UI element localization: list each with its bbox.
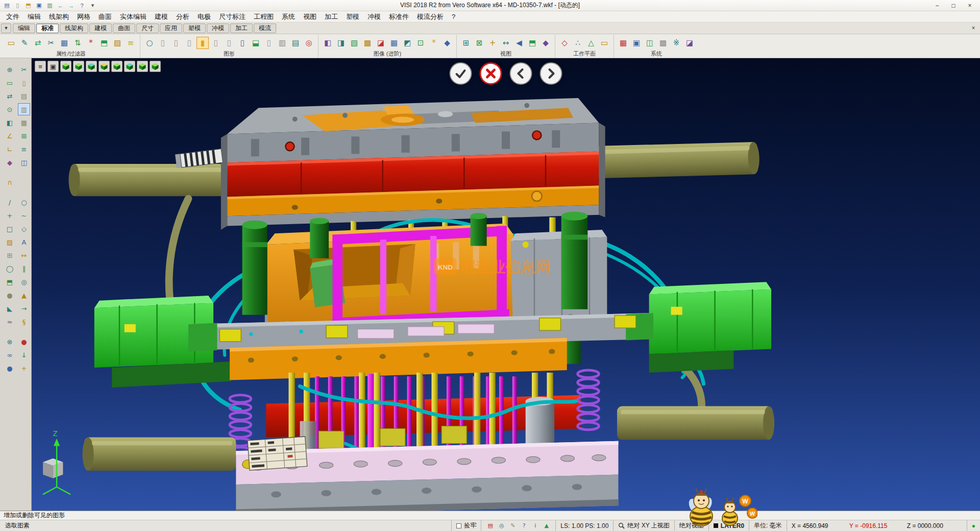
workplane-standard[interactable]: ◇ [558,37,571,49]
render-mode[interactable]: ⊡ [414,37,427,49]
dynamic-view[interactable]: ◆ [540,37,552,49]
shade-mode[interactable]: ◧ [322,37,334,49]
wrench-tool[interactable]: + [18,362,30,374]
zoom-window[interactable]: ⊞ [460,37,472,49]
sheet-blank-2[interactable]: ▯ [170,37,182,49]
scene-3d-mold[interactable]: KND 制造业信息网 Z [32,58,980,511]
copy-tool[interactable]: ⊞ [18,130,30,142]
ghost-mode[interactable]: ▩ [361,37,374,49]
paste-tool[interactable]: ▤ [18,90,30,102]
new-file-icon[interactable]: ▯ [13,1,22,10]
status-edit-icon[interactable]: ✎ [508,521,517,530]
blue-dot-tool[interactable]: ● [4,362,16,374]
attributes-sheet[interactable]: ▭ [5,37,17,49]
system-green-panel[interactable]: ◫ [644,37,656,49]
wireframe-mode[interactable]: ◨ [335,37,347,49]
workplane-view[interactable]: ▭ [598,37,610,49]
visibility-toggle[interactable]: ▮ [197,37,209,49]
buffer-tool[interactable]: ▥ [18,103,30,115]
view-screen-button[interactable]: ▣ [47,61,59,72]
menu-item[interactable]: 电极 [193,11,215,22]
layers-tool[interactable]: ≡ [18,143,30,155]
toolbar-tab[interactable]: 冲模 [207,23,229,33]
system-grid[interactable]: ▩ [657,37,669,49]
view-cube-axon[interactable] [150,61,161,72]
sheet-blue[interactable]: ▯ [236,37,249,49]
ellipse-tool[interactable]: ◯ [4,262,16,275]
hatch-tool[interactable]: ▨ [4,236,16,248]
forward-button[interactable] [540,62,562,85]
attribute-cut[interactable]: ✂ [45,37,57,49]
angle-tool[interactable]: ∠ [4,130,16,142]
box-teal[interactable]: ▤ [289,37,302,49]
extend-tool[interactable]: → [18,302,30,315]
view-cube-front[interactable] [73,61,84,72]
attribute-layers[interactable]: ≡ [125,37,137,49]
menu-item[interactable]: 曲面 [94,11,116,22]
arc-tool[interactable]: ∩ [4,176,16,188]
status-question-icon[interactable]: ? [520,521,528,530]
close-button[interactable]: × [962,1,978,11]
texture-mode[interactable]: ▦ [388,37,400,49]
sheet-blank-3[interactable]: ▯ [183,37,195,49]
box-visible[interactable]: ⬓ [250,37,262,49]
toolbar-tab[interactable]: 建模 [89,23,112,33]
redo-icon[interactable]: → [66,1,76,10]
offset-tool[interactable]: ∥ [18,262,30,275]
box-gray[interactable]: ▥ [276,37,288,49]
globe-indicator-icon[interactable]: ● [967,520,980,531]
toolbar-tab[interactable]: 线架构 [60,23,88,33]
attribute-updown[interactable]: ⇅ [71,37,84,49]
layer-display[interactable]: LAYER0 [708,520,749,531]
curve-tool[interactable]: ≈ [4,316,16,328]
chain-tool[interactable]: ∞ [4,349,16,361]
point-tool[interactable]: + [4,209,16,222]
view-mode-display[interactable]: 绝对 XY 上视图 [613,520,674,531]
toolbar-tab[interactable]: 加工 [230,23,253,33]
menu-item[interactable]: 网格 [73,11,94,22]
dimension-tool[interactable]: ↔ [18,249,30,261]
help-icon[interactable]: ? [77,1,87,10]
view-cube-left[interactable] [111,61,122,72]
frame-tool[interactable]: ▭ [4,77,16,89]
minimize-button[interactable]: − [929,1,945,11]
workplane-3points[interactable]: ∴ [572,37,584,49]
sphere-tool[interactable]: ● [4,289,16,301]
system-monitor[interactable]: ▣ [630,37,643,49]
toolbar-tab[interactable]: 曲面 [113,23,135,33]
status-zoom-icon[interactable]: ◎ [497,521,506,530]
text-tool[interactable]: A [18,236,30,248]
hidden-line-mode[interactable]: ▧ [348,37,360,49]
helix-tool[interactable]: § [18,316,30,328]
filter-grid[interactable]: ▦ [58,37,70,49]
sheet-blank-6[interactable]: ▯ [263,37,275,49]
environment-mode[interactable]: ◆ [441,37,453,49]
pin-tool[interactable]: ↓ [18,349,30,361]
tabbar-close-icon[interactable]: × [969,24,978,33]
undo-icon[interactable]: ← [56,1,65,10]
refresh-graphics[interactable]: ○ [143,37,156,49]
attribute-star[interactable]: * [85,37,97,49]
lock-toggle[interactable]: 捡牢 [451,520,481,531]
lighting-mode[interactable]: * [428,37,440,49]
cylinder-tool[interactable]: ◎ [18,276,30,288]
pan-view[interactable]: + [486,37,499,49]
view-cube-iso[interactable] [60,61,71,72]
menu-item[interactable]: ? [448,11,459,22]
clipboard-tool[interactable]: ▯ [18,77,30,89]
rotate-tool[interactable]: ⊙ [4,103,16,115]
mirror-tool[interactable]: ◫ [18,156,30,168]
menu-item[interactable]: 加工 [321,11,342,22]
attribute-box[interactable]: ⬒ [98,37,110,49]
system-perspective[interactable]: ◪ [683,37,696,49]
sheet-blank-1[interactable]: ▯ [157,37,169,49]
menu-item[interactable]: 模流分析 [413,11,448,22]
view-cube-top[interactable] [86,61,97,72]
toolbar-tab[interactable]: 编辑 [13,23,35,33]
solid-box-tool[interactable]: ⬒ [4,276,16,288]
menu-item[interactable]: 建模 [151,11,172,22]
node-tool[interactable]: ● [18,335,30,348]
attribute-hatch[interactable]: ▨ [111,37,124,49]
rectangle-tool[interactable]: □ [4,223,16,235]
cancel-button[interactable] [480,62,502,85]
